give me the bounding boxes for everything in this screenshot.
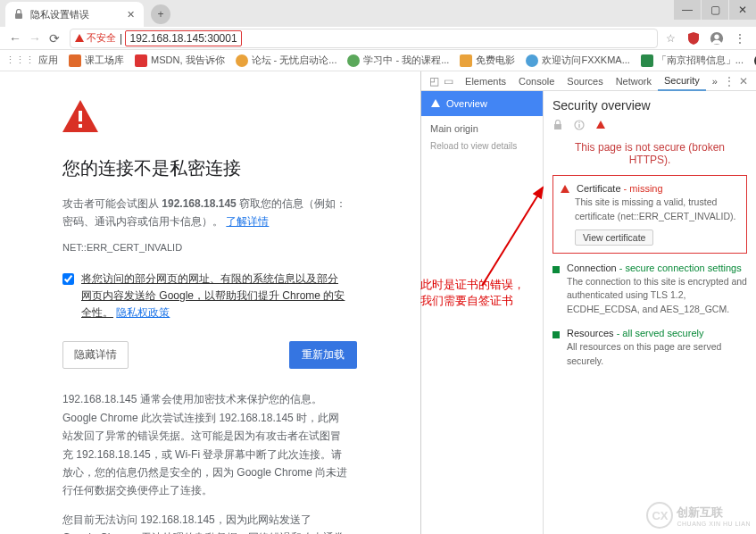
profile-icon[interactable] [710, 31, 724, 46]
connection-section: Connection - secure connection settings … [552, 263, 747, 317]
bookmark-item[interactable]: 免费电影 [460, 54, 515, 67]
bookmarks-bar: ⋮⋮⋮应用 课工场库 MSDN, 我告诉你 论坛 - 无忧启动论... 学习中 … [0, 50, 756, 71]
warning-icon [62, 100, 98, 132]
svg-marker-7 [431, 99, 440, 107]
device-icon[interactable]: ▭ [443, 74, 453, 88]
overview-item[interactable]: Overview [421, 91, 543, 116]
minimize-button[interactable]: — [674, 0, 701, 20]
certificate-label: Certificate - missing [577, 183, 663, 194]
tab-network[interactable]: Network [610, 71, 658, 91]
resources-desc: All resources on this page are served se… [567, 340, 747, 369]
shield-icon[interactable] [686, 31, 701, 46]
menu-icon[interactable]: ⋮ [733, 31, 747, 46]
info-grey-icon [574, 120, 585, 130]
star-icon[interactable]: ☆ [663, 31, 677, 46]
tab-console[interactable]: Console [512, 71, 561, 91]
page-heading: 您的连接不是私密连接 [62, 156, 420, 180]
error-code: NET::ERR_CERT_INVALID [62, 242, 420, 253]
tab-title: 隐私设置错误 [30, 8, 124, 21]
error-page: 您的连接不是私密连接 攻击者可能会试图从 192.168.18.145 窃取您的… [0, 71, 420, 534]
resources-section: Resources - all served securely All reso… [552, 328, 747, 369]
svg-rect-6 [79, 124, 82, 128]
bookmark-item[interactable]: 论坛 - 无忧启动论... [236, 54, 337, 67]
url-bar[interactable]: 不安全 | 192.168.18.145:30001 [70, 29, 658, 48]
tabs-overflow-icon[interactable]: » [706, 71, 724, 91]
bookmark-item[interactable]: 「南京招聘信息」... [641, 54, 744, 67]
resources-label: Resources - all served securely [567, 328, 703, 338]
certificate-card: Certificate - missing This site is missi… [552, 175, 747, 254]
main-origin-label: Main origin [421, 116, 543, 141]
report-checkbox[interactable] [62, 273, 74, 285]
connection-label: Connection - secure connection settings [567, 263, 742, 273]
svg-point-3 [714, 34, 719, 38]
close-window-button[interactable]: ✕ [729, 0, 756, 20]
learn-more-link[interactable]: 了解详情 [226, 215, 269, 228]
svg-rect-0 [15, 13, 22, 19]
bookmark-item[interactable]: 欢迎访问FXXKMA... [526, 54, 629, 67]
warning-paragraph: 攻击者可能会试图从 192.168.18.145 窃取您的信息（例如：密码、通讯… [62, 195, 348, 231]
url-text: | 192.168.18.145:30001 [120, 32, 242, 45]
privacy-link[interactable]: 隐私权政策 [116, 306, 170, 319]
bookmark-item[interactable]: 课工场库 [69, 54, 124, 67]
insecure-message: This page is not secure (broken HTTPS). [552, 141, 747, 166]
warning-triangle-icon [561, 185, 569, 193]
window-titlebar: 隐私设置错误 ✕ + — ▢ ✕ [0, 0, 756, 27]
warning-red-icon [595, 120, 606, 130]
svg-rect-5 [79, 111, 82, 121]
green-square-icon [552, 331, 560, 338]
detail-paragraph-2: 您目前无法访问 192.168.18.145，因为此网站发送了 Google C… [62, 511, 348, 534]
new-tab-button[interactable]: + [151, 4, 170, 24]
green-square-icon [552, 266, 560, 273]
detail-paragraph-1: 192.168.18.145 通常会使用加密技术来保护您的信息。Google C… [62, 390, 348, 499]
tab-sources[interactable]: Sources [561, 71, 609, 91]
back-button[interactable]: ← [5, 29, 25, 48]
reload-button[interactable]: ⟳ [45, 29, 64, 48]
window-controls: — ▢ ✕ [673, 0, 756, 20]
lock-icon [12, 8, 25, 21]
reload-page-button[interactable]: 重新加载 [289, 341, 357, 369]
tab-security[interactable]: Security [658, 71, 706, 91]
bookmark-item[interactable]: MSDN, 我告诉你 [135, 54, 225, 67]
browser-tab[interactable]: 隐私设置错误 ✕ [5, 2, 144, 27]
certificate-desc: This site is missing a valid, trusted ce… [575, 196, 739, 224]
lock-grey-icon [552, 120, 563, 130]
reload-hint: Reload to view details [421, 141, 543, 158]
hide-details-button[interactable]: 隐藏详情 [62, 341, 129, 369]
devtools-menu-icon[interactable]: ⋮ [724, 74, 735, 88]
security-status-icons [552, 120, 747, 130]
svg-rect-8 [554, 124, 561, 129]
overview-title: Security overview [552, 98, 747, 113]
forward-button[interactable]: → [25, 29, 45, 48]
annotation-text: 此时是证书的错误， 我们需要自签证书 [420, 277, 525, 309]
devtools-tabs: ◰ ▭ Elements Console Sources Network Sec… [421, 71, 756, 91]
inspect-icon[interactable]: ◰ [428, 74, 439, 88]
navigation-bar: ← → ⟳ 不安全 | 192.168.18.145:30001 ☆ ⋮ [0, 27, 756, 50]
close-tab-icon[interactable]: ✕ [124, 8, 137, 21]
apps-shortcut[interactable]: ⋮⋮⋮应用 [5, 54, 58, 67]
devtools-sidebar: Overview Main origin Reload to view deta… [421, 91, 544, 534]
devtools-close-icon[interactable]: ✕ [738, 74, 749, 88]
bookmark-item[interactable]: 学习中 - 我的课程... [347, 54, 449, 67]
security-overview: Security overview This page is not secur… [544, 91, 756, 534]
tab-elements[interactable]: Elements [459, 71, 512, 91]
insecure-badge: 不安全 [74, 31, 116, 45]
svg-marker-1 [75, 34, 84, 42]
watermark: CX 创新互联 CHUANG XIN HU LIAN [646, 502, 751, 529]
checkbox-label: 将您访问的部分网页的网址、有限的系统信息以及部分网页内容发送给 Google，以… [81, 271, 348, 322]
svg-rect-10 [578, 124, 579, 128]
view-certificate-button[interactable]: View certificate [575, 229, 653, 246]
insecure-label: 不安全 [87, 31, 116, 45]
connection-desc: The connection to this site is encrypted… [567, 275, 747, 317]
svg-marker-12 [596, 121, 605, 129]
maximize-button[interactable]: ▢ [702, 0, 728, 20]
svg-rect-11 [578, 122, 579, 123]
